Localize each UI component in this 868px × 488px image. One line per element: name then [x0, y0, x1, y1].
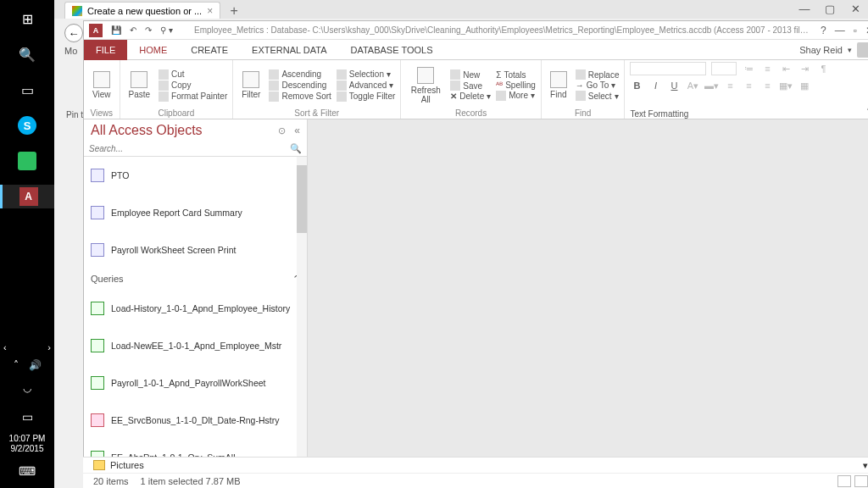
highlight-button[interactable]: ▬▾ [704, 79, 718, 92]
nav-pane-title[interactable]: All Access Objects [91, 123, 278, 138]
more-button[interactable]: More ▾ [496, 91, 536, 101]
goto-button[interactable]: →Go To ▾ [576, 80, 620, 90]
task-view-icon[interactable]: ▭ [15, 78, 39, 102]
delete-record-button[interactable]: ✕Delete ▾ [450, 92, 491, 101]
action-center-icon[interactable]: ▭ [15, 405, 39, 429]
close-button[interactable]: ✕ [843, 0, 868, 19]
align-right-button[interactable]: ≡ [760, 79, 774, 92]
filter-button[interactable]: Filter [238, 69, 264, 101]
font-family-select[interactable] [630, 62, 706, 75]
nav-group-queries[interactable]: Queries⌃ [84, 269, 307, 290]
ribbon: View Views Paste Cut Copy Format Painter… [84, 60, 868, 119]
new-tab-button[interactable]: + [225, 3, 242, 19]
bold-button[interactable]: B [630, 79, 643, 92]
nav-scrollbar[interactable] [297, 157, 307, 459]
numbering-button[interactable]: ≡ [760, 62, 774, 75]
align-center-button[interactable]: ≡ [742, 79, 755, 92]
advanced-button[interactable]: Advanced ▾ [337, 80, 395, 91]
tab-close-icon[interactable]: × [207, 5, 213, 17]
new-record-button[interactable]: New [450, 69, 491, 80]
descending-button[interactable]: Descending [269, 80, 331, 91]
nav-item-query[interactable]: EE_SrvcBonus_1-1-0_Dlt_Date-Rng-Hstry [84, 402, 307, 439]
browser-back-button[interactable]: ← [64, 24, 83, 42]
tab-database-tools[interactable]: DATABASE TOOLS [338, 40, 444, 60]
qat-save-icon[interactable]: 💾 [111, 25, 121, 35]
nav-item-query[interactable]: Load-History_1-0-1_Apnd_Employee_History [84, 290, 307, 327]
access-restore-button[interactable]: ▫ [854, 25, 857, 36]
ribbon-group-text-formatting: ≔ ≡ ⇤ ⇥ ¶ B I U A▾ ▬▾ ≡ ≡ ≡ [625, 60, 868, 119]
breadcrumb-folder[interactable]: Pictures [110, 460, 144, 470]
browser-tabstrip: Create a new question or ... × + [54, 0, 868, 19]
taskbar-scroll-left[interactable]: ‹ [3, 342, 7, 352]
font-color-button[interactable]: A▾ [686, 79, 699, 92]
fill-color-button[interactable]: ▦▾ [779, 79, 793, 92]
nav-item-form[interactable]: Employee Report Card Summary [84, 194, 307, 231]
browser-tab[interactable]: Create a new question or ... × [64, 2, 220, 19]
spelling-button[interactable]: ᴬᴮSpelling [496, 80, 536, 90]
qat-undo-icon[interactable]: ↶ [130, 25, 136, 35]
ribbon-tabs: FILE HOME CREATE EXTERNAL DATA DATABASE … [84, 40, 868, 60]
replace-button[interactable]: Replace [576, 69, 620, 80]
ribbon-group-records: Refresh All New Save ✕Delete ▾ ΣTotals ᴬ… [401, 60, 542, 119]
nav-pane-collapse-icon[interactable]: « [294, 125, 300, 136]
avatar-icon [857, 42, 868, 58]
wifi-icon[interactable]: ◡ [15, 376, 39, 400]
italic-button[interactable]: I [648, 79, 662, 92]
remove-sort-button[interactable]: Remove Sort [269, 92, 331, 102]
form-icon [91, 243, 104, 257]
nav-item-query[interactable]: Load-NewEE_1-0-1_Apnd_Employee_Mstr [84, 327, 307, 364]
tab-create[interactable]: CREATE [179, 40, 240, 60]
tab-home[interactable]: HOME [127, 40, 179, 60]
maximize-button[interactable]: ▢ [817, 0, 843, 19]
nav-item-query[interactable]: Payroll_1-0-1_Apnd_PayrollWorkSheet [84, 364, 307, 402]
volume-icon[interactable]: 🔊 [29, 359, 42, 371]
underline-button[interactable]: U [667, 79, 681, 92]
taskbar-scroll-right[interactable]: › [47, 342, 51, 352]
thumbnails-view-button[interactable] [854, 475, 868, 487]
help-button[interactable]: ? [821, 25, 826, 36]
toggle-filter-button[interactable]: Toggle Filter [337, 92, 395, 102]
format-painter-button[interactable]: Format Painter [159, 92, 227, 102]
ribbon-group-clipboard: Paste Cut Copy Format Painter Clipboard [120, 60, 234, 119]
taskbar-clock[interactable]: 10:07 PM 9/2/2015 [9, 434, 46, 454]
tab-file[interactable]: FILE [84, 40, 127, 60]
cut-button[interactable]: Cut [159, 69, 227, 80]
search-input[interactable] [89, 144, 290, 153]
start-button[interactable]: ⊞ [15, 7, 39, 30]
nav-item-form[interactable]: Payroll WorkSheet Screen Print [84, 231, 307, 269]
indent-left-button[interactable]: ⇤ [779, 62, 793, 75]
tab-external-data[interactable]: EXTERNAL DATA [240, 40, 338, 60]
search-icon[interactable]: 🔍 [15, 42, 39, 66]
ascending-button[interactable]: Ascending [269, 69, 331, 80]
copy-button[interactable]: Copy [159, 80, 227, 91]
tray-overflow-icon[interactable]: ˄ [14, 359, 19, 371]
align-left-button[interactable]: ≡ [723, 79, 737, 92]
keyboard-icon[interactable]: ⌨ [15, 459, 39, 483]
save-record-button[interactable]: Save [450, 80, 491, 91]
find-button[interactable]: Find [547, 69, 570, 101]
refresh-all-button[interactable]: Refresh All [406, 65, 445, 106]
details-view-button[interactable] [837, 475, 851, 487]
text-direction-button[interactable]: ¶ [816, 62, 830, 75]
minimize-button[interactable]: — [792, 0, 817, 19]
qat-redo-icon[interactable]: ↷ [145, 25, 152, 35]
indent-right-button[interactable]: ⇥ [798, 62, 811, 75]
selection-button[interactable]: Selection ▾ [337, 69, 395, 80]
totals-button[interactable]: ΣTotals [496, 70, 536, 80]
view-button[interactable]: View [89, 69, 114, 101]
font-size-select[interactable] [711, 62, 737, 75]
qat-custom-icon[interactable]: ⚲ ▾ [160, 25, 173, 35]
skype-icon[interactable]: S [15, 114, 39, 137]
search-icon[interactable]: 🔍 [290, 143, 302, 154]
access-taskbar-icon[interactable]: A [0, 185, 54, 208]
access-minimize-button[interactable]: — [835, 25, 845, 36]
bullets-button[interactable]: ≔ [742, 62, 755, 75]
gridlines-button[interactable]: ▦ [798, 79, 811, 92]
nav-item-form[interactable]: PTO [84, 157, 307, 194]
evernote-icon[interactable] [15, 149, 39, 173]
signed-in-user[interactable]: Shay Reid ▾ [799, 42, 868, 58]
nav-pane-dropdown-icon[interactable]: ⊙ [278, 125, 286, 136]
select-button[interactable]: Select ▾ [576, 91, 620, 101]
paste-button[interactable]: Paste [125, 69, 154, 101]
breadcrumb-dropdown-icon[interactable]: ▾ [863, 460, 868, 471]
